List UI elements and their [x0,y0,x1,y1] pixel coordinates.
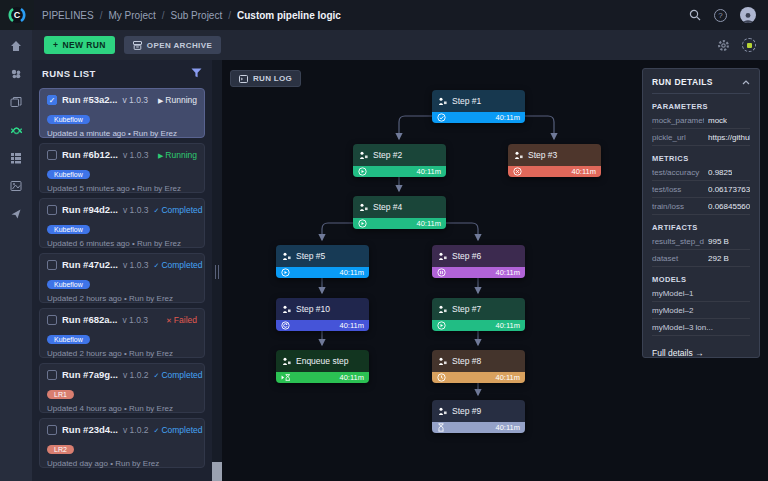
run-card[interactable]: Run #6b12... v 1.0.3 ▶Running Kubeflow U… [39,143,205,193]
run-id: Run #682a... [62,314,117,325]
task-icon [359,151,368,160]
pipeline-node-step-5[interactable]: Step #5 40:11m [276,245,369,278]
run-checkbox[interactable] [47,315,57,325]
run-id: Run #47u2... [62,259,118,270]
pipeline-node-step-3[interactable]: Step #3 40:11m [508,144,601,177]
workers-icon[interactable] [9,207,23,221]
run-status: ✓Completed [154,370,203,380]
run-checkbox[interactable]: ✓ [47,95,57,105]
run-card[interactable]: Run #94d2... v 1.0.3 ✓Completed Kubeflow… [39,198,205,248]
node-label: Step #6 [452,251,481,261]
status-enqueued-icon [281,373,292,382]
run-meta: Updated a minute ago • Run by Erez [47,129,197,138]
run-card[interactable]: Run #7a9g... v 1.0.2 ✓Completed LR1 Upda… [39,363,205,413]
breadcrumb-pipelines[interactable]: PIPELINES [42,10,94,21]
breadcrumb: PIPELINES / My Project / Sub Project / C… [42,10,341,21]
pipeline-canvas[interactable]: RUN LOG Step #1 40:11m [222,60,768,481]
search-icon[interactable] [689,9,701,21]
run-card[interactable]: Run #23d4... v 1.0.2 ✓Completed LR2 Upda… [39,418,205,468]
pipelines-icon[interactable] [9,123,23,137]
chevron-up-icon[interactable] [742,80,750,85]
task-icon [438,357,447,366]
auto-refresh-icon[interactable] [742,38,756,52]
task-icon [438,305,447,314]
node-time: 40:11m [340,321,364,330]
task-icon [438,252,447,261]
model-item[interactable]: myModel–2 [652,302,750,319]
svg-text:C: C [14,10,21,20]
task-icon [359,203,368,212]
new-run-button[interactable]: + NEW RUN [44,36,115,54]
status-running-icon [358,219,367,228]
panel-splitter[interactable] [212,60,222,481]
run-checkbox[interactable] [47,260,57,270]
applications-icon[interactable] [9,67,23,81]
run-checkbox[interactable] [47,205,57,215]
splitter-grip[interactable] [215,265,219,279]
plus-icon: + [53,40,58,50]
status-paused-icon [437,268,446,277]
run-status: ▶Running [158,95,197,105]
run-meta: Updated 5 minutes ago • Run by Erez [47,184,197,193]
node-time: 40:11m [496,423,520,432]
run-status: ✕Failed [166,315,197,325]
status-running-icon [358,167,367,176]
detail-row: test/accuracy 0.9825 [652,164,750,181]
run-status: ✓Completed [154,425,203,435]
user-avatar[interactable] [740,7,756,23]
model-item[interactable]: myModel–3 lon... [652,319,750,336]
models-section-title: MODELS [652,275,750,284]
node-time: 40:11m [496,113,520,122]
clearml-logo[interactable]: C [0,0,34,30]
run-version: v 1.0.3 [123,260,149,270]
full-details-link[interactable]: Full details → [652,348,750,358]
node-time: 40:11m [496,268,520,277]
pipeline-node-step-7[interactable]: Step #7 40:11m [432,298,525,331]
node-label: Step #7 [452,304,481,314]
breadcrumb-sub-project[interactable]: Sub Project [171,10,223,21]
open-archive-button[interactable]: OPEN ARCHIVE [124,36,221,54]
artifacts-section-title: ARTIFACTS [652,223,750,232]
run-checkbox[interactable] [47,425,57,435]
settings-gear-icon[interactable] [717,39,730,52]
pipeline-node-step-2[interactable]: Step #2 40:11m [353,144,446,177]
actions-toolbar: + NEW RUN OPEN ARCHIVE [32,30,768,60]
node-label: Step #9 [452,406,481,416]
pipeline-node-step-4[interactable]: Step #4 40:11m [353,196,446,229]
pipeline-node-enqueue-step[interactable]: Enqueue step 40:11m [276,350,369,383]
breadcrumb-current-page: Custom pipeline logic [237,10,341,21]
datasets-icon[interactable] [9,151,23,165]
run-checkbox[interactable] [47,150,57,160]
pipeline-node-step-6[interactable]: Step #6 40:11m [432,245,525,278]
left-nav-rail [0,30,32,481]
pipeline-node-step-9[interactable]: Step #9 40:11m [432,400,525,433]
run-meta: Updated 2 hours ago • Run by Erez [47,294,197,303]
run-tag-badge: Kubeflow [47,115,90,124]
filter-funnel-icon[interactable] [191,68,202,78]
splitter-handle[interactable] [212,462,222,481]
home-icon[interactable] [9,39,23,53]
run-version: v 1.0.3 [123,205,149,215]
run-card[interactable]: Run #47u2... v 1.0.3 ✓Completed Kubeflow… [39,253,205,303]
run-log-button[interactable]: RUN LOG [230,70,301,87]
run-checkbox[interactable] [47,370,57,380]
pipeline-node-step-8[interactable]: Step #8 40:11m [432,350,525,383]
reports-icon[interactable] [9,179,23,193]
projects-icon[interactable] [9,95,23,109]
run-status: ▶Running [158,150,197,160]
pipeline-node-step-10[interactable]: Step #10 40:11m [276,298,369,331]
run-id: Run #94d2... [62,204,118,215]
run-version: v 1.0.2 [123,370,149,380]
node-time: 40:11m [572,167,596,176]
task-icon [282,252,291,261]
runs-list-title: RUNS LIST [42,68,96,79]
run-card[interactable]: ✓ Run #53a2... v 1.0.3 ▶Running Kubeflow… [39,88,205,138]
node-time: 40:11m [340,373,364,382]
help-icon[interactable]: ? [714,9,727,22]
model-item[interactable]: myModel–1 [652,285,750,302]
run-status: ✓Completed [154,260,203,270]
pipeline-node-step-1[interactable]: Step #1 40:11m [432,90,525,123]
metrics-section-title: METRICS [652,154,750,163]
run-card[interactable]: Run #682a... v 1.0.3 ✕Failed Kubeflow Up… [39,308,205,358]
breadcrumb-my-project[interactable]: My Project [108,10,155,21]
